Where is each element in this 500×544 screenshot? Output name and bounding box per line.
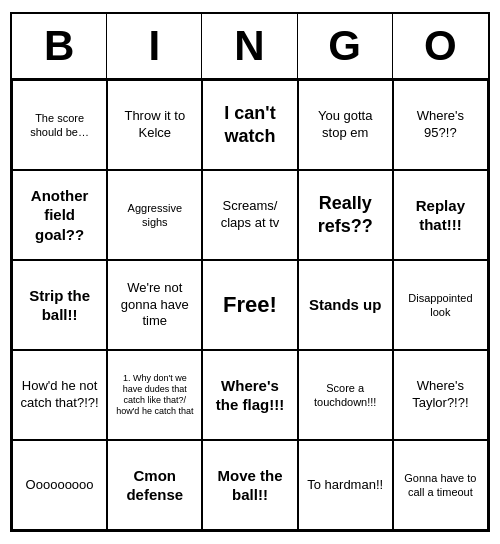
- bingo-cell-6: Aggressive sighs: [107, 170, 202, 260]
- bingo-letter-n: N: [202, 14, 297, 78]
- bingo-cell-11: We're not gonna have time: [107, 260, 202, 350]
- bingo-cell-17: Where's the flag!!!: [202, 350, 297, 440]
- bingo-cell-18: Score a touchdown!!!: [298, 350, 393, 440]
- bingo-cell-9: Replay that!!!: [393, 170, 488, 260]
- bingo-cell-5: Another field goal??: [12, 170, 107, 260]
- bingo-cell-4: Where's 95?!?: [393, 80, 488, 170]
- bingo-letter-o: O: [393, 14, 488, 78]
- bingo-cell-23: To hardman!!: [298, 440, 393, 530]
- bingo-cell-8: Really refs??: [298, 170, 393, 260]
- bingo-cell-22: Move the ball!!: [202, 440, 297, 530]
- bingo-cell-12: Free!: [202, 260, 297, 350]
- bingo-grid: The score should be…Throw it to KelceI c…: [12, 80, 488, 530]
- bingo-header: BINGO: [12, 14, 488, 80]
- bingo-card: BINGO The score should be…Throw it to Ke…: [10, 12, 490, 532]
- bingo-cell-20: Ooooooooo: [12, 440, 107, 530]
- bingo-cell-10: Strip the ball!!: [12, 260, 107, 350]
- bingo-letter-g: G: [298, 14, 393, 78]
- bingo-cell-3: You gotta stop em: [298, 80, 393, 170]
- bingo-letter-b: B: [12, 14, 107, 78]
- bingo-cell-13: Stands up: [298, 260, 393, 350]
- bingo-cell-16: 1. Why don't we have dudes that catch li…: [107, 350, 202, 440]
- bingo-cell-2: I can't watch: [202, 80, 297, 170]
- bingo-cell-24: Gonna have to call a timeout: [393, 440, 488, 530]
- bingo-cell-0: The score should be…: [12, 80, 107, 170]
- bingo-letter-i: I: [107, 14, 202, 78]
- bingo-cell-1: Throw it to Kelce: [107, 80, 202, 170]
- bingo-cell-19: Where's Taylor?!?!: [393, 350, 488, 440]
- bingo-cell-7: Screams/ claps at tv: [202, 170, 297, 260]
- bingo-cell-15: How'd he not catch that?!?!: [12, 350, 107, 440]
- bingo-cell-21: Cmon defense: [107, 440, 202, 530]
- bingo-cell-14: Disappointed look: [393, 260, 488, 350]
